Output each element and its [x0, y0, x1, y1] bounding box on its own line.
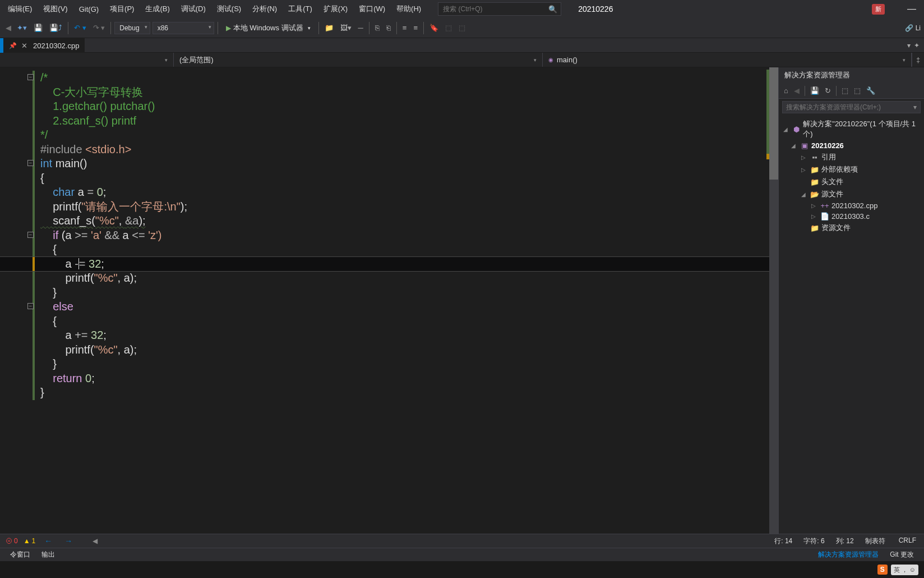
tool-icon-5[interactable]: ⬚ [455, 21, 469, 34]
dropdown-icon[interactable]: ▾ [913, 103, 917, 111]
menu-project[interactable]: 项目(P) [104, 2, 140, 16]
next-issue-button[interactable]: → [61, 536, 76, 545]
home-icon[interactable]: ⌂ [782, 85, 790, 96]
solution-search-box[interactable]: ▾ [782, 101, 921, 113]
menu-view[interactable]: 视图(V) [38, 2, 73, 16]
refresh-icon[interactable]: ↻ [823, 85, 833, 96]
global-search[interactable]: 🔍 [438, 2, 561, 16]
save-button[interactable]: 💾 [30, 21, 46, 34]
git-changes-tab[interactable]: Git 更改 [884, 548, 920, 561]
expand-icon[interactable]: ◢ [783, 126, 790, 132]
gear-icon[interactable]: ✦ [914, 42, 920, 49]
error-count[interactable]: ⮾ 0 [6, 537, 18, 545]
scrollbar-vertical[interactable] [769, 67, 778, 534]
project-node[interactable]: ◢ ▣ 20210226 [779, 140, 924, 151]
resources-node[interactable]: 📁 资源文件 [779, 222, 924, 234]
uncomment-button[interactable]: ⎗ [383, 21, 394, 34]
config-dropdown[interactable]: Debug [114, 22, 150, 34]
redo-button[interactable]: ↷ ▾ [90, 21, 109, 34]
tool-icon-2[interactable]: 🖼▾ [337, 21, 355, 34]
start-debug-button[interactable]: ▶ 本地 Windows 调试器 ▾ [220, 21, 316, 35]
save-all-button[interactable]: 💾⤴ [46, 21, 66, 34]
tool-icon-4[interactable]: ⬚ [442, 21, 455, 34]
fold-toggle[interactable]: − [27, 303, 34, 309]
char-indicator[interactable]: 字符: 6 [803, 536, 824, 546]
nav-project-dropdown[interactable]: ▾ [0, 53, 174, 67]
menu-analyze[interactable]: 分析(N) [247, 2, 283, 16]
solution-explorer-tab[interactable]: 解决方案资源管理器 [812, 548, 884, 561]
split-view-button[interactable]: ‡ [912, 53, 924, 67]
tabs-indicator[interactable]: 制表符 [865, 536, 885, 546]
new-item-button[interactable]: ✦▾ [13, 21, 30, 34]
dropdown-icon[interactable]: ▾ [907, 42, 911, 49]
fold-toggle[interactable]: − [27, 160, 34, 166]
expand-icon[interactable]: ◢ [791, 143, 798, 149]
command-window-tab[interactable]: 令窗口 [4, 548, 36, 561]
source-file-node[interactable]: ▷ ++ 20210302.cpp [779, 200, 924, 211]
nav-back-button[interactable]: ◀ [3, 24, 13, 32]
fold-toggle[interactable]: − [27, 232, 34, 238]
menu-build[interactable]: 生成(B) [140, 2, 175, 16]
references-node[interactable]: ▷ ▪▪ 引用 [779, 151, 924, 163]
prev-issue-button[interactable]: ← [41, 536, 56, 545]
expand-icon[interactable]: ◢ [801, 191, 808, 198]
new-badge[interactable]: 新 [872, 4, 885, 15]
expand-icon[interactable]: ▷ [801, 167, 808, 173]
bookmark-button[interactable]: 🔖 [426, 21, 442, 34]
scroll-left-icon[interactable]: ◀ [93, 537, 98, 545]
scroll-thumb[interactable] [769, 67, 778, 180]
collapse-icon[interactable]: ⬚ [852, 85, 862, 96]
outdent-button[interactable]: ≡ [410, 21, 421, 34]
ime-lang-indicator[interactable]: 英 ， ☺ [891, 565, 918, 575]
properties-icon[interactable]: 🔧 [865, 85, 877, 96]
menu-window[interactable]: 窗口(W) [353, 2, 391, 16]
code-text: /* [40, 71, 48, 84]
save-all-icon[interactable]: 💾 [808, 85, 821, 96]
file-tab-name[interactable]: 20210302.cpp [33, 38, 85, 53]
show-all-icon[interactable]: ⬚ [840, 85, 850, 96]
external-deps-node[interactable]: ▷ 📁 外部依赖项 [779, 163, 924, 176]
back-icon[interactable]: ◀ [792, 85, 801, 96]
line-indicator[interactable]: 行: 14 [774, 536, 792, 546]
output-tab[interactable]: 输出 [36, 548, 61, 561]
code-text: printf( [40, 343, 94, 356]
expand-icon[interactable]: ▷ [811, 213, 818, 219]
comment-button[interactable]: ⎘ [372, 21, 383, 34]
platform-dropdown[interactable]: x86 [153, 22, 214, 34]
menu-git[interactable]: Git(G) [73, 3, 104, 16]
search-input[interactable] [443, 5, 556, 13]
warning-count[interactable]: ▲ 1 [24, 537, 36, 545]
menu-edit[interactable]: 编辑(E) [2, 2, 38, 16]
lineending-indicator[interactable]: CRLF [897, 536, 918, 546]
nav-func-dropdown[interactable]: ◉ main() ▾ [543, 53, 912, 67]
close-icon[interactable]: ✕ [21, 42, 27, 50]
indent-button[interactable]: ≡ [399, 21, 410, 34]
menu-debug[interactable]: 调试(D) [175, 2, 211, 16]
source-file-node[interactable]: ▷ 📄 20210303.c [779, 211, 924, 222]
code-editor-pane[interactable]: −/* C-大小写字母转换 1.getchar() putchar() 2.sc… [0, 67, 778, 534]
file-tab[interactable]: 📌 ✕ [3, 38, 33, 53]
col-indicator[interactable]: 列: 12 [836, 536, 854, 546]
live-share-button[interactable]: 🔗 Li [905, 24, 921, 32]
undo-button[interactable]: ↶ ▾ [71, 21, 90, 34]
menu-help[interactable]: 帮助(H) [391, 2, 427, 16]
nav-scope-dropdown[interactable]: (全局范围) ▾ [174, 53, 543, 67]
fold-toggle[interactable]: − [27, 74, 34, 80]
menu-tools[interactable]: 工具(T) [283, 2, 318, 16]
sources-node[interactable]: ◢ 📂 源文件 [779, 188, 924, 200]
menu-extensions[interactable]: 扩展(X) [318, 2, 353, 16]
headers-node[interactable]: 📁 头文件 [779, 176, 924, 188]
expand-icon[interactable]: ▷ [801, 154, 808, 160]
tool-icon-3[interactable]: ─ [355, 21, 367, 34]
menu-test[interactable]: 测试(S) [211, 2, 247, 16]
minimize-button[interactable]: — [902, 4, 922, 14]
ime-sogou-icon[interactable]: S [877, 565, 888, 575]
code-editor[interactable]: −/* C-大小写字母转换 1.getchar() putchar() 2.sc… [0, 67, 778, 534]
tool-icon-1[interactable]: 📁 [321, 21, 337, 34]
solution-node[interactable]: ◢ ⬢ 解决方案"20210226"(1 个项目/共 1 个) [779, 118, 924, 140]
sources-label: 源文件 [821, 189, 843, 199]
solution-search-input[interactable] [786, 103, 913, 111]
expand-icon[interactable]: ▷ [811, 203, 818, 209]
pin-icon[interactable]: 📌 [9, 42, 17, 49]
menu-bar: 编辑(E) 视图(V) Git(G) 项目(P) 生成(B) 调试(D) 测试(… [0, 0, 924, 18]
